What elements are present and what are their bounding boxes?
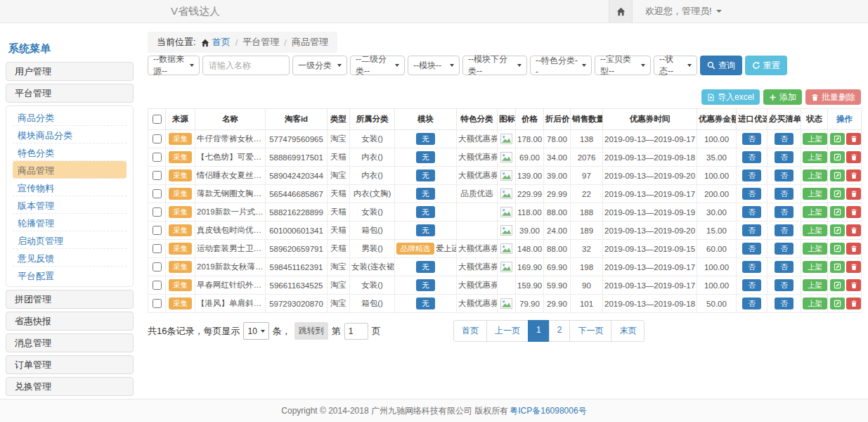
sidebar-item-7[interactable]: 启动页管理	[13, 231, 127, 249]
sidebar-item-3[interactable]: 商品管理	[13, 161, 127, 179]
filter-select-8[interactable]: --状态--	[654, 56, 697, 75]
must-buy-badge[interactable]: 否	[775, 224, 793, 236]
icp-link[interactable]: 粤ICP备16098006号	[510, 405, 586, 417]
filter-select-3[interactable]: --二级分类--	[350, 56, 405, 75]
edit-button[interactable]	[830, 279, 845, 291]
edit-button[interactable]	[830, 224, 845, 236]
sidebar-item-8[interactable]: 意见反馈	[13, 249, 127, 267]
reset-button[interactable]: 重置	[745, 56, 787, 75]
filter-select-0[interactable]: --数据来源--	[148, 56, 200, 75]
row-checkbox[interactable]	[153, 281, 162, 290]
sidebar-group-2[interactable]: 拼团管理	[6, 290, 134, 309]
delete-button[interactable]	[846, 133, 861, 145]
edit-button[interactable]	[830, 151, 845, 163]
pager-button-4[interactable]: 下一页	[569, 320, 611, 342]
status-badge[interactable]: 上架	[803, 261, 827, 273]
row-checkbox[interactable]	[153, 134, 162, 143]
sidebar-item-5[interactable]: 版本管理	[13, 196, 127, 214]
page-number-input[interactable]	[344, 323, 368, 340]
edit-button[interactable]	[830, 261, 845, 273]
pager-button-2[interactable]: 1	[528, 320, 550, 342]
filter-select-2[interactable]: 一级分类	[292, 56, 347, 75]
row-checkbox[interactable]	[153, 189, 162, 198]
must-buy-badge[interactable]: 否	[775, 243, 793, 255]
pager-button-3[interactable]: 2	[549, 320, 571, 342]
row-checkbox[interactable]	[153, 153, 162, 162]
must-buy-badge[interactable]: 否	[775, 133, 793, 145]
status-badge[interactable]: 上架	[803, 279, 827, 291]
row-checkbox[interactable]	[153, 207, 162, 217]
must-buy-badge[interactable]: 否	[775, 188, 793, 200]
sidebar-item-1[interactable]: 模块商品分类	[13, 126, 127, 143]
pager-button-1[interactable]: 上一页	[486, 320, 529, 342]
must-buy-badge[interactable]: 否	[775, 261, 793, 273]
row-checkbox[interactable]	[153, 244, 162, 253]
breadcrumb-home-link[interactable]: 首页	[201, 36, 231, 49]
edit-button[interactable]	[830, 206, 845, 218]
edit-button[interactable]	[830, 243, 845, 255]
pager-button-5[interactable]: 末页	[611, 320, 644, 342]
row-checkbox[interactable]	[153, 299, 162, 308]
filter-select-6[interactable]: --特色分类--	[530, 56, 592, 75]
status-badge[interactable]: 上架	[803, 170, 827, 181]
per-page-select[interactable]: 10	[243, 322, 268, 340]
select-all-checkbox[interactable]	[153, 115, 162, 124]
import-excel-button[interactable]: 导入excel	[701, 89, 760, 105]
add-button[interactable]: 添加	[763, 89, 802, 105]
status-badge[interactable]: 上架	[803, 298, 827, 309]
name-input[interactable]	[202, 56, 290, 75]
search-button[interactable]: 查询	[700, 56, 742, 75]
delete-button[interactable]	[846, 224, 861, 236]
row-checkbox[interactable]	[153, 262, 162, 271]
must-buy-badge[interactable]: 否	[775, 279, 793, 291]
must-buy-badge[interactable]: 否	[775, 206, 793, 218]
status-badge[interactable]: 上架	[803, 188, 827, 200]
status-badge[interactable]: 上架	[803, 151, 827, 163]
must-buy-badge[interactable]: 否	[775, 298, 793, 309]
import-optimal-badge[interactable]: 否	[742, 224, 761, 236]
sidebar-group-4[interactable]: 消息管理	[6, 333, 134, 352]
batch-delete-button[interactable]: 批量删除	[805, 89, 861, 105]
filter-select-7[interactable]: --宝贝类型--	[595, 56, 651, 75]
edit-button[interactable]	[830, 133, 845, 145]
import-optimal-badge[interactable]: 否	[742, 279, 761, 291]
delete-button[interactable]	[846, 243, 861, 255]
delete-button[interactable]	[846, 298, 861, 309]
import-optimal-badge[interactable]: 否	[742, 243, 761, 255]
edit-button[interactable]	[830, 170, 845, 181]
import-optimal-badge[interactable]: 否	[742, 298, 761, 309]
user-menu[interactable]: 欢迎您，管理员!	[645, 5, 722, 18]
sidebar-item-4[interactable]: 宣传物料	[13, 179, 127, 196]
filter-select-5[interactable]: --模块下分类--	[462, 56, 527, 75]
delete-button[interactable]	[846, 188, 861, 200]
sidebar-item-2[interactable]: 特色分类	[13, 143, 127, 161]
import-optimal-badge[interactable]: 否	[742, 206, 761, 218]
row-checkbox[interactable]	[153, 226, 162, 235]
delete-button[interactable]	[846, 261, 861, 273]
status-badge[interactable]: 上架	[803, 243, 827, 255]
status-badge[interactable]: 上架	[803, 206, 827, 218]
sidebar-item-6[interactable]: 轮播管理	[13, 214, 127, 231]
home-button[interactable]	[609, 0, 633, 23]
delete-button[interactable]	[846, 279, 861, 291]
import-optimal-badge[interactable]: 否	[742, 188, 761, 200]
delete-button[interactable]	[846, 170, 861, 181]
status-badge[interactable]: 上架	[803, 224, 827, 236]
sidebar-group-1[interactable]: 平台管理	[6, 84, 134, 103]
delete-button[interactable]	[846, 206, 861, 218]
pager-button-0[interactable]: 首页	[453, 320, 487, 342]
import-optimal-badge[interactable]: 否	[742, 151, 761, 163]
filter-select-4[interactable]: --模块--	[408, 56, 460, 75]
sidebar-group-3[interactable]: 省惠快报	[6, 312, 134, 331]
import-optimal-badge[interactable]: 否	[742, 133, 761, 145]
sidebar-group-5[interactable]: 订单管理	[6, 355, 134, 374]
delete-button[interactable]	[846, 151, 861, 163]
import-optimal-badge[interactable]: 否	[742, 261, 761, 273]
must-buy-badge[interactable]: 否	[775, 151, 793, 163]
sidebar-group-6[interactable]: 兑换管理	[6, 377, 134, 396]
sidebar-item-0[interactable]: 商品分类	[13, 108, 127, 126]
row-checkbox[interactable]	[153, 171, 162, 180]
jump-button[interactable]: 跳转到	[294, 322, 328, 340]
must-buy-badge[interactable]: 否	[775, 170, 793, 181]
status-badge[interactable]: 上架	[803, 133, 827, 145]
